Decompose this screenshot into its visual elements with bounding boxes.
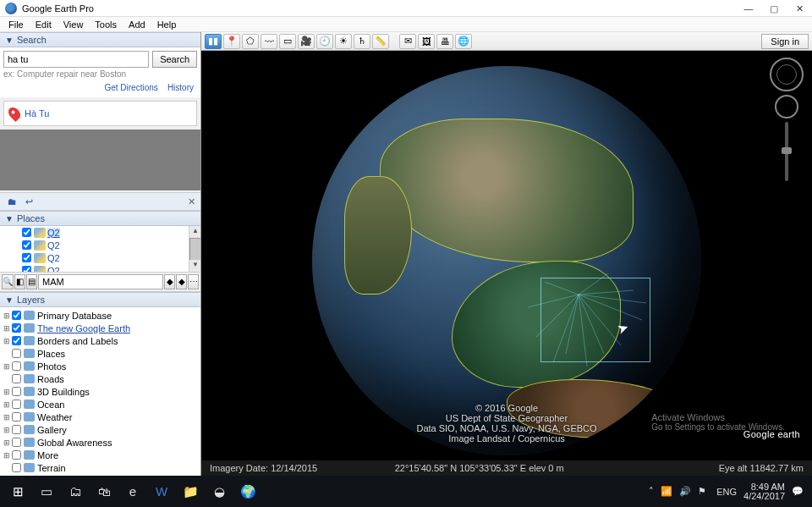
layer-checkbox[interactable] — [12, 336, 21, 345]
layers-list[interactable]: ⊞Primary Database⊞The new Google Earth⊞B… — [0, 307, 200, 476]
expand-icon[interactable]: ⊞ — [3, 413, 12, 422]
record-tour-icon[interactable]: 🎥 — [298, 34, 315, 49]
sunlight-icon[interactable]: ☀ — [335, 34, 352, 49]
item-link[interactable]: Q2 — [47, 240, 60, 251]
menu-file[interactable]: File — [3, 19, 29, 30]
system-tray[interactable]: ˄ 📶 🔊 ⚑ ENG 8:49 AM4/24/2017 💬 — [649, 482, 809, 501]
globe[interactable]: ➤ — [312, 66, 701, 455]
places-item[interactable]: Q2 — [0, 226, 200, 239]
filter-icon[interactable]: ▤ — [26, 274, 37, 289]
sign-in-button[interactable]: Sign in — [761, 34, 809, 49]
find-icon[interactable]: 🔍 — [2, 274, 14, 289]
print-icon[interactable]: 🖶 — [436, 34, 453, 49]
layer-checkbox[interactable] — [12, 323, 21, 333]
layer-checkbox[interactable] — [12, 387, 21, 396]
item-link[interactable]: Q2 — [47, 228, 60, 238]
places-find-input[interactable] — [38, 274, 163, 289]
word-icon[interactable]: W — [147, 479, 176, 504]
flag-icon[interactable]: ⚑ — [698, 486, 710, 498]
item-checkbox[interactable] — [22, 253, 31, 262]
item-link[interactable]: Q2 — [47, 266, 60, 273]
image-overlay-icon[interactable]: ▭ — [279, 34, 296, 49]
places-scrollbar[interactable]: ▲ ▼ — [189, 226, 200, 272]
layer-checkbox[interactable] — [12, 438, 21, 447]
save-image-icon[interactable]: 🖼 — [418, 34, 435, 49]
task-view-icon[interactable]: ▭ — [32, 479, 61, 504]
expand-icon[interactable]: ⊞ — [3, 438, 12, 447]
expand-icon[interactable]: ⊞ — [3, 388, 12, 396]
move-ring[interactable] — [775, 95, 798, 118]
edge-icon[interactable]: e — [118, 479, 147, 504]
polygon-icon[interactable]: ⬠ — [242, 34, 259, 49]
layer-item[interactable]: ⊞More — [0, 449, 200, 461]
item-link[interactable]: Q2 — [47, 253, 60, 263]
layer-checkbox[interactable] — [12, 463, 21, 472]
menu-view[interactable]: View — [58, 19, 89, 30]
hide-sidebar-icon[interactable]: ▮▮ — [205, 34, 222, 49]
layer-item[interactable]: Terrain — [0, 461, 200, 474]
earth-icon[interactable]: 🌍 — [233, 479, 262, 504]
menu-edit[interactable]: Edit — [30, 19, 57, 30]
maximize-button[interactable]: ▢ — [761, 0, 787, 17]
layer-item[interactable]: ⊞Primary Database — [0, 309, 200, 322]
layer-item[interactable]: Roads — [0, 372, 200, 385]
close-button[interactable]: ✕ — [787, 0, 812, 17]
email-icon[interactable]: ✉ — [399, 34, 416, 49]
expand-icon[interactable]: ⊞ — [3, 324, 12, 333]
expand-icon[interactable]: ⊞ — [3, 400, 12, 409]
back-icon[interactable]: ↩ — [22, 195, 36, 208]
layer-item[interactable]: ⊞The new Google Earth — [0, 322, 200, 334]
scroll-up-icon[interactable]: ▲ — [189, 226, 200, 238]
layer-item[interactable]: ⊞Photos — [0, 360, 200, 372]
layer-checkbox[interactable] — [12, 349, 21, 358]
layer-checkbox[interactable] — [12, 412, 21, 422]
find-next-icon[interactable]: ◆ — [176, 274, 187, 289]
store-icon[interactable]: 🛍 — [90, 479, 118, 504]
places-item[interactable]: Q2 — [0, 239, 200, 251]
history-link[interactable]: History — [167, 83, 194, 92]
search-header[interactable]: ▼Search — [0, 32, 200, 47]
menu-add[interactable]: Add — [123, 19, 151, 30]
ruler-icon[interactable]: 📏 — [372, 34, 389, 49]
item-checkbox[interactable] — [22, 266, 31, 273]
network-icon[interactable]: 📶 — [661, 486, 672, 498]
layer-item[interactable]: ⊞Gallery — [0, 423, 200, 436]
layer-item[interactable]: ⊞Borders and Labels — [0, 334, 200, 347]
layer-checkbox[interactable] — [12, 425, 21, 434]
expand-icon[interactable]: ⊞ — [3, 311, 12, 320]
layer-checkbox[interactable] — [12, 374, 21, 383]
expand-icon[interactable]: ⊞ — [3, 426, 12, 434]
search-input[interactable] — [3, 51, 149, 68]
item-checkbox[interactable] — [22, 240, 31, 250]
close-search-icon[interactable]: ✕ — [188, 196, 195, 207]
planet-icon[interactable]: ♄ — [354, 34, 370, 49]
layer-checkbox[interactable] — [12, 311, 21, 320]
tray-up-icon[interactable]: ˄ — [649, 486, 654, 497]
volume-icon[interactable]: 🔊 — [679, 486, 691, 498]
layer-item[interactable]: ⊞3D Buildings — [0, 385, 200, 398]
language-indicator[interactable]: ENG — [716, 487, 737, 497]
toggle-icon[interactable]: ◧ — [14, 274, 25, 289]
map-viewer[interactable]: ▮▮ 📍 ⬠ 〰 ▭ 🎥 🕘 ☀ ♄ 📏 ✉ 🖼 🖶 🌐 Sign in — [201, 32, 812, 476]
clock[interactable]: 8:49 AM4/24/2017 — [743, 482, 785, 501]
nav-widget[interactable] — [770, 58, 804, 185]
zoom-slider[interactable] — [785, 122, 788, 181]
start-button[interactable]: ⊞ — [3, 479, 32, 504]
explorer-icon[interactable]: 🗂 — [61, 479, 90, 504]
find-prev-icon[interactable]: ◆ — [164, 274, 175, 289]
layer-checkbox[interactable] — [12, 450, 21, 460]
windows-taskbar[interactable]: ⊞ ▭ 🗂 🛍 e W 📁 ◒ 🌍 ˄ 📶 🔊 ⚑ ENG 8:49 AM4/2… — [0, 476, 812, 507]
look-ring[interactable] — [770, 58, 804, 91]
places-header[interactable]: ▼Places — [0, 211, 200, 226]
expand-icon[interactable]: ⊞ — [3, 451, 12, 460]
expand-icon[interactable]: ⊞ — [3, 362, 12, 371]
get-directions-link[interactable]: Get Directions — [104, 83, 157, 92]
places-item[interactable]: Q2 — [0, 251, 200, 264]
layer-checkbox[interactable] — [12, 361, 21, 371]
chrome-icon[interactable]: ◒ — [205, 479, 233, 504]
search-button[interactable]: Search — [152, 51, 197, 68]
layer-item[interactable]: ⊞Ocean — [0, 398, 200, 411]
scroll-down-icon[interactable]: ▼ — [189, 260, 200, 272]
search-result[interactable]: Hà Tu — [3, 101, 197, 126]
notifications-icon[interactable]: 💬 — [792, 486, 804, 498]
